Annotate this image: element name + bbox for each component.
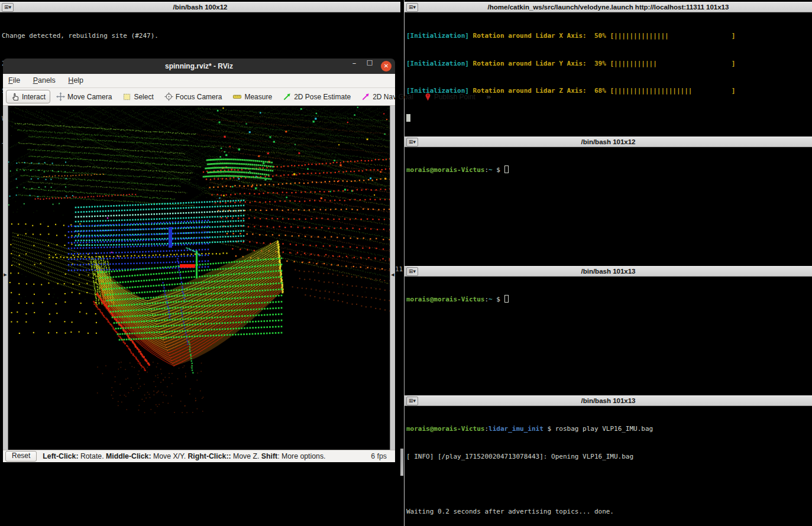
terminal-title: /home/catkin_ws/src/launch/velodyne.laun… [488,4,729,11]
terminal-titlebar-bash3[interactable]: ⊞▾ /bin/bash 101x13 [405,266,812,277]
publish-point-tool-button[interactable]: Publish Point [419,90,480,103]
rviz-toolbar: Interact Move Camera Select Focus Camera… [3,88,395,106]
terminal-title: /bin/bash 101x12 [581,138,635,145]
terminal-line: [ INFO] [/play_1715200204713078443]: Ope… [406,452,812,462]
terminal-title: /bin/bash 100x12 [173,4,227,11]
terminal-prompt: morais@morais-Victus:~ $ [406,295,812,304]
terminal-group-icon[interactable]: ⊞▾ [406,138,418,147]
scrollbar-thumb[interactable] [400,449,403,476]
terminal-line: [Initialization] Rotation around Lidar X… [406,31,812,41]
terminal-group-icon[interactable]: ⊞▾ [2,3,14,12]
toolbar-overflow-button[interactable]: » [481,92,496,101]
terminal-content-bash2[interactable]: morais@morais-Victus:~ $ [406,147,812,193]
rviz-titlebar[interactable]: spinning.rviz* - RViz – □ ✕ [3,59,395,74]
focus-camera-tool-button[interactable]: Focus Camera [160,90,227,103]
displays-panel-expander[interactable]: ▶ [3,106,8,450]
menu-panels[interactable]: Panels [33,74,56,87]
publish-point-pin-icon [424,92,432,101]
terminal-title: /bin/bash 101x13 [581,268,635,275]
window-title: spinning.rviz* - RViz [165,62,233,70]
terminal-titlebar-velodyne[interactable]: ⊞▾ /home/catkin_ws/src/launch/velodyne.l… [405,2,812,12]
move-camera-icon [56,92,65,101]
terminal-content-velodyne[interactable]: [Initialization] Rotation around Lidar X… [406,13,812,141]
terminal-line: Waiting 0.2 seconds after advertising to… [406,507,812,517]
terminal-titlebar-left[interactable]: ⊞▾ /bin/bash 100x12 [0,2,400,12]
pose-estimate-arrow-icon [283,92,292,101]
terminal-prompt: morais@morais-Victus:lidar_imu_init $ ro… [406,424,812,434]
rviz-menubar: File Panels Help [3,74,395,88]
terminal-titlebar-bash2[interactable]: ⊞▾ /bin/bash 101x12 [405,137,812,147]
terminal-line [406,479,812,489]
terminal-content-bash3[interactable]: morais@morais-Victus:~ $ [406,277,812,323]
desktop: ⊞▾ /bin/bash 100x12 Change detected, reb… [0,0,812,526]
views-panel-expander[interactable]: ◀ [390,106,395,450]
close-icon[interactable]: ✕ [381,61,392,72]
measure-icon [232,92,242,101]
rviz-window: spinning.rviz* - RViz – □ ✕ File Panels … [3,59,395,462]
terminal-prompt: morais@morais-Victus:~ $ [406,165,812,175]
terminal-group-icon[interactable]: ⊞▾ [406,3,418,12]
terminal-group-icon[interactable]: ⊞▾ [406,397,418,405]
interact-tool-button[interactable]: Interact [6,90,50,103]
terminal-content-rosbag[interactable]: morais@morais-Victus:lidar_imu_init $ ro… [406,406,812,526]
select-icon [122,92,131,101]
maximize-icon[interactable]: □ [363,59,376,74]
occluded-text-fragment: 11 [395,265,403,273]
menu-help[interactable]: Help [68,74,83,87]
terminal-titlebar-rosbag[interactable]: ⊞▾ /bin/bash 101x13 [405,395,812,406]
cursor-block [406,114,410,122]
mouse-help-text: Left-Click: Rotate. Middle-Click: Move X… [43,452,325,460]
pane-divider [404,0,405,526]
rviz-3d-viewport[interactable] [8,106,390,450]
hand-icon [11,92,20,101]
nav-goal-arrow-icon [361,92,370,101]
focus-camera-icon [164,92,173,101]
rviz-statusbar: Reset Left-Click: Rotate. Middle-Click: … [3,450,395,462]
panel-expand-left-icon: ▶ [3,272,8,277]
measure-tool-button[interactable]: Measure [228,90,277,103]
move-camera-tool-button[interactable]: Move Camera [51,90,117,103]
fps-counter: 6 fps [371,452,387,460]
terminal-line: Change detected, rebuilding site (#247). [2,31,398,41]
nav-goal-tool-button[interactable]: 2D Nav Goal [357,90,418,103]
terminal-line [406,114,812,124]
pose-estimate-tool-button[interactable]: 2D Pose Estimate [278,90,355,103]
terminal-group-icon[interactable]: ⊞▾ [406,267,418,276]
select-tool-button[interactable]: Select [118,90,158,103]
reset-button[interactable]: Reset [5,451,37,462]
minimize-icon[interactable]: – [348,59,361,74]
cursor-block [504,295,509,303]
terminal-title: /bin/bash 101x13 [581,397,635,404]
panel-expand-right-icon: ◀ [390,272,395,277]
menu-file[interactable]: File [8,74,20,87]
terminal-line: [Initialization] Rotation around Lidar Y… [406,59,812,69]
rviz-render-area: ▶ ◀ [3,106,395,450]
cursor-block [504,165,509,173]
